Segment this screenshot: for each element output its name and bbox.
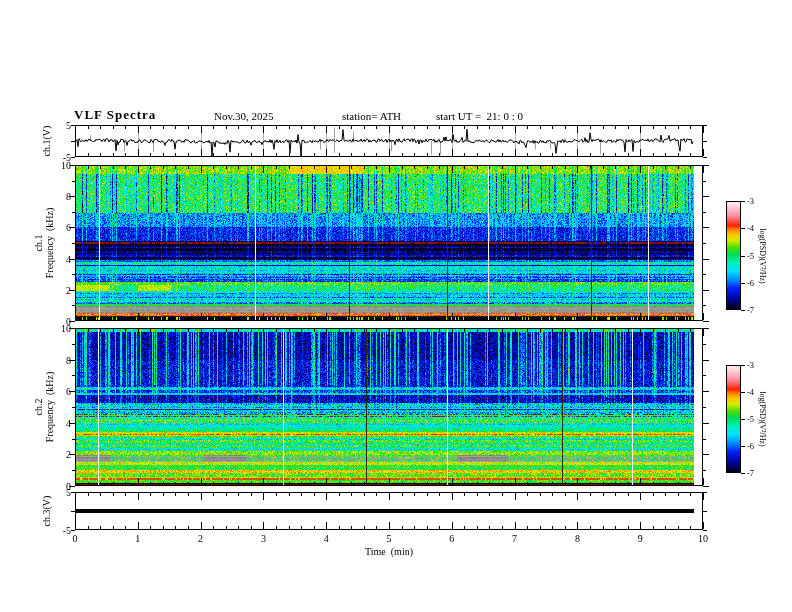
x-tick-label: 3 xyxy=(261,533,266,544)
y-label-ch1-volts: ch.1(V) xyxy=(41,126,52,157)
y-label-ch1-freq: ch.1Frequency (kHz) xyxy=(33,208,55,279)
y-label-ch1-freq-line2: Frequency (kHz) xyxy=(44,208,55,279)
spec2-y-tick-label: 10 xyxy=(61,323,71,334)
colorbar1-tick-label: -7 xyxy=(747,305,754,316)
colorbar2-label: log(PSD)(V²/Hz) xyxy=(757,391,768,446)
x-tick-label: 1 xyxy=(135,533,140,544)
colorbar1-label: log(PSD)(V²/Hz) xyxy=(757,228,768,283)
x-tick-label: 8 xyxy=(575,533,580,544)
plot-station: station= ATH xyxy=(342,111,401,122)
spec1-y-tick-label: 8 xyxy=(66,191,71,202)
spec1-y-tick-label: 2 xyxy=(66,284,71,295)
colorbar2-tick-label: -6 xyxy=(747,441,754,452)
wave1-y-tick-label: -5 xyxy=(63,152,71,163)
colorbar2-tick-label: -7 xyxy=(747,468,754,479)
x-tick-label: 4 xyxy=(324,533,329,544)
colorbar1-tick-label: -6 xyxy=(747,277,754,288)
x-tick-label: 2 xyxy=(198,533,203,544)
colorbar2-tick-label: -3 xyxy=(747,360,754,371)
spec2-y-tick-label: 6 xyxy=(66,386,71,397)
x-tick-label: 10 xyxy=(698,533,708,544)
colorbar2-tick-label: -4 xyxy=(747,387,754,398)
ch3-y-tick-label: 5 xyxy=(66,487,71,498)
y-label-ch2-freq-line2: Frequency (kHz) xyxy=(44,372,55,443)
colorbar1-tick-label: -4 xyxy=(747,223,754,234)
vlf-spectra-figure: VLF Spectra Nov.30, 2025 station= ATH st… xyxy=(0,0,792,612)
x-axis-label: Time (min) xyxy=(365,546,413,557)
spec2-y-tick-label: 4 xyxy=(66,417,71,428)
x-tick-label: 9 xyxy=(638,533,643,544)
spec1-y-tick-label: 6 xyxy=(66,222,71,233)
ch3-y-tick-label: -5 xyxy=(63,525,71,536)
spec2-y-tick-label: 8 xyxy=(66,354,71,365)
plot-date: Nov.30, 2025 xyxy=(214,111,273,122)
y-label-ch3-volts: ch.3(V) xyxy=(41,496,52,527)
x-tick-label: 5 xyxy=(387,533,392,544)
colorbar1-tick-label: -3 xyxy=(747,196,754,207)
plot-start-ut: start UT = 21: 0 : 0 xyxy=(436,111,523,122)
plot-title: VLF Spectra xyxy=(74,109,156,120)
x-tick-label: 6 xyxy=(449,533,454,544)
y-label-ch2-freq-line1: ch.2 xyxy=(33,399,44,416)
spec2-y-tick-label: 2 xyxy=(66,449,71,460)
wave1-y-tick-label: 5 xyxy=(66,120,71,131)
y-label-ch2-freq: ch.2Frequency (kHz) xyxy=(33,372,55,443)
colorbar2-tick-label: -5 xyxy=(747,414,754,425)
colorbar1-tick-label: -5 xyxy=(747,250,754,261)
plot-canvas xyxy=(0,0,792,612)
y-label-ch1-freq-line1: ch.1 xyxy=(33,235,44,252)
x-tick-label: 0 xyxy=(73,533,78,544)
x-tick-label: 7 xyxy=(512,533,517,544)
spec1-y-tick-label: 4 xyxy=(66,253,71,264)
